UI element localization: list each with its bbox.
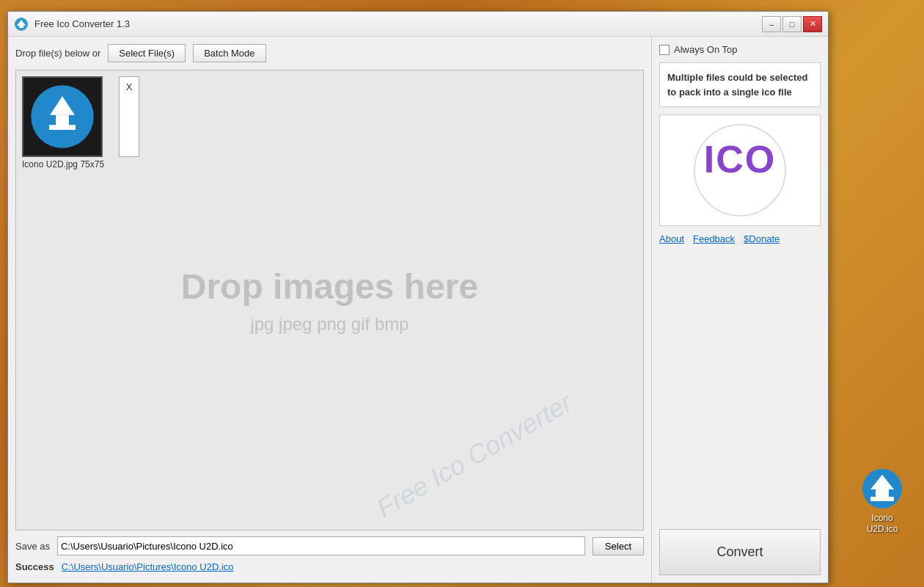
about-link[interactable]: About [659, 233, 684, 244]
drop-formats-text: jpg jpeg png gif bmp [181, 314, 478, 335]
always-on-top-row: Always On Top [659, 44, 821, 55]
select-save-button[interactable]: Select [593, 537, 644, 555]
svg-rect-6 [49, 125, 76, 130]
image-thumbnail [22, 76, 103, 157]
convert-button[interactable]: Convert [659, 529, 821, 575]
save-bar: Save as Select [15, 531, 644, 558]
maximize-button[interactable]: □ [782, 16, 802, 32]
ico-logo-svg: ICO [692, 123, 788, 218]
status-bar: Success C:\Users\Usuario\Pictures\Icono … [15, 558, 644, 575]
select-files-button[interactable]: Select File(s) [108, 44, 186, 62]
svg-rect-2 [19, 26, 23, 28]
status-label: Success [15, 561, 54, 572]
left-panel: Drop file(s) below or Select File(s) Bat… [8, 37, 652, 583]
desktop-icon-label: IconoU2D.ico [867, 513, 898, 536]
watermark-text: Free Ico Converter [371, 387, 577, 524]
window-title: Free Ico Converter 1.3 [34, 18, 130, 29]
info-box: Multiple files could be selected to pack… [659, 62, 821, 107]
drop-images-text: Drop images here [181, 266, 478, 307]
desktop-icon[interactable]: IconoU2D.ico [861, 467, 903, 536]
svg-rect-13 [870, 497, 894, 501]
links-row: About Feedback $Donate [659, 233, 821, 244]
desktop-icon-image [861, 467, 903, 510]
drop-zone-hint: Drop images here jpg jpeg png gif bmp [181, 266, 478, 335]
info-text: Multiple files could be selected to pack… [667, 72, 807, 98]
always-on-top-checkbox[interactable] [659, 45, 670, 55]
image-item: Icono U2D.jpg 75x75 [22, 76, 104, 169]
always-on-top-label: Always On Top [674, 44, 737, 55]
drop-label: Drop file(s) below or [15, 48, 100, 59]
svg-rect-5 [56, 115, 69, 127]
remove-button[interactable]: X [119, 76, 139, 157]
feedback-link[interactable]: Feedback [693, 233, 735, 244]
app-window: Free Ico Converter 1.3 – □ ✕ Drop file(s… [7, 11, 829, 583]
drop-zone[interactable]: Icono U2D.jpg 75x75 X Drop images here j… [15, 70, 644, 531]
toolbar: Drop file(s) below or Select File(s) Bat… [15, 44, 644, 62]
save-label: Save as [15, 541, 50, 552]
image-filename: Icono U2D.jpg 75x75 [22, 159, 104, 169]
app-icon [14, 17, 29, 32]
batch-mode-button[interactable]: Batch Mode [193, 44, 265, 62]
donate-link[interactable]: $Donate [744, 233, 780, 244]
save-path-input[interactable] [57, 536, 585, 555]
svg-text:ICO: ICO [704, 138, 776, 181]
title-bar: Free Ico Converter 1.3 – □ ✕ [8, 12, 828, 37]
download-arrow-icon [29, 84, 95, 150]
close-button[interactable]: ✕ [803, 16, 822, 32]
right-panel: Always On Top Multiple files could be se… [652, 37, 828, 583]
ico-logo: ICO [659, 114, 821, 226]
status-link[interactable]: C:\Users\Usuario\Pictures\Icono U2D.ico [62, 561, 234, 572]
minimize-button[interactable]: – [762, 16, 781, 32]
